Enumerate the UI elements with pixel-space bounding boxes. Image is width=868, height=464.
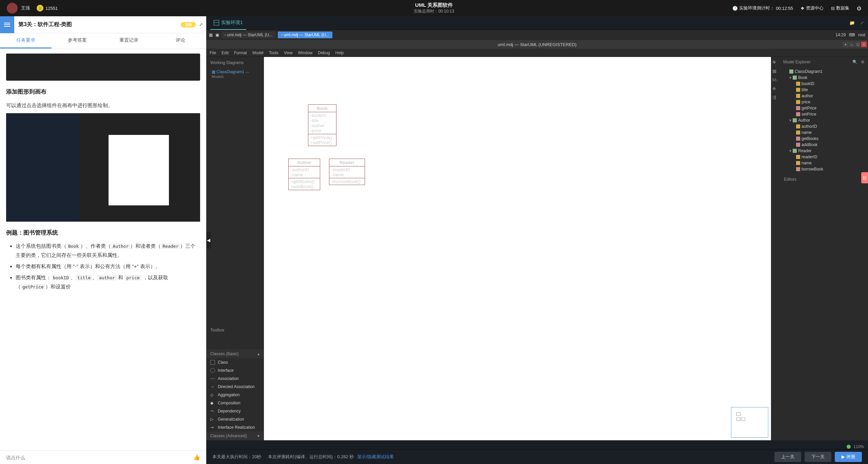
- minimize-icon[interactable]: –: [849, 42, 854, 47]
- env-tabs: 〰 实验环境1 📁 ⤢: [206, 16, 868, 30]
- clock: 14:29: [835, 33, 846, 37]
- score-badge: 100: [181, 22, 196, 27]
- search-icon[interactable]: 🔍: [852, 60, 857, 64]
- side-feedback-tab[interactable]: 답: [861, 172, 868, 183]
- evaluate-button[interactable]: ▶ 评测: [835, 452, 862, 462]
- countdown: 🕐 实验环境倒计时：00:12:55: [732, 5, 793, 11]
- keyboard-icon[interactable]: ⌨: [849, 33, 855, 37]
- menu-window[interactable]: Window: [298, 51, 313, 55]
- uml-class-book[interactable]: Book -bookID-title-author-price +getPric…: [308, 104, 336, 146]
- window-titlebar[interactable]: uml.mdj — StarUML (UNREGISTERED) + – □ ×: [206, 40, 868, 49]
- terminal-icon[interactable]: ▣: [215, 33, 219, 37]
- content-scroll[interactable]: 添加图形到画布 可以通过点击选择组件在画布中进行图形绘制。 例题：图书管理系统 …: [0, 49, 206, 450]
- share-icon[interactable]: ⇶: [772, 95, 778, 101]
- eval-time: 本次评测耗时(编译、运行总时间)：0.282 秒: [268, 454, 354, 460]
- username[interactable]: 王强: [21, 5, 30, 11]
- canvas-area[interactable]: Book -bookID-title-author-price +getPric…: [264, 57, 771, 440]
- list-item: 每个类都有私有属性（用 "-" 表示）和公有方法（用 "+" 表示）。: [16, 262, 200, 271]
- menu-file[interactable]: File: [210, 51, 216, 55]
- right-panel: 〰 实验环境1 📁 ⤢ ▦ ▣ ▫ uml.mdj — StarUML (U..…: [206, 16, 868, 464]
- tab-answer[interactable]: 参考答案: [52, 33, 103, 48]
- env-tab-1[interactable]: 〰 实验环境1: [210, 16, 246, 30]
- plus-icon[interactable]: +: [843, 42, 848, 47]
- left-panel: 第3关：软件工程-类图 100 ⤢ 任务要求 参考答案 重置记录 评论 添加图形…: [0, 16, 206, 464]
- tool-interface[interactable]: Interface: [206, 366, 264, 375]
- menu-view[interactable]: View: [284, 51, 293, 55]
- chart-icon: 〰: [214, 20, 219, 25]
- tool-generalization[interactable]: ▷Generalization: [206, 415, 264, 423]
- tab-requirements[interactable]: 任务要求: [0, 33, 52, 48]
- staruml-window: uml.mdj — StarUML (UNREGISTERED) + – □ ×…: [206, 40, 868, 440]
- toolbox-header: Toolbox: [206, 324, 264, 336]
- top-center: UML 关系图软件 实验总用时：00:10:13: [414, 2, 454, 14]
- working-diagrams-header: Working Diagrams: [206, 57, 264, 68]
- expand-icon[interactable]: ⤢: [199, 22, 203, 27]
- list-item: 这个系统包括图书类（Book）、作者类（Author）和读者类（Reader）三…: [16, 241, 200, 260]
- collapse-handle[interactable]: ◀: [206, 232, 211, 248]
- top-right: 🕐 实验环境倒计时：00:12:55 ❖ 资源中心 ⊟ 数据集 ⏻: [732, 5, 861, 11]
- prev-button[interactable]: 上一关: [774, 452, 801, 462]
- resource-link[interactable]: ❖ 资源中心: [801, 5, 824, 11]
- gear-icon[interactable]: ⚙: [861, 60, 865, 64]
- toggle-results-link[interactable]: 显示/隐藏测试结果: [357, 454, 394, 460]
- menu-icon[interactable]: ▦: [209, 33, 213, 37]
- tool-realization[interactable]: ⊸Interface Realization: [206, 423, 264, 431]
- taskbar-app-2[interactable]: ▫ uml.mdj — StarUML (U...: [278, 32, 332, 38]
- tab-comments[interactable]: 评论: [155, 33, 206, 48]
- power-icon[interactable]: ⏻: [857, 6, 861, 11]
- folder-icon[interactable]: 📁: [849, 20, 855, 25]
- minimap[interactable]: [731, 407, 768, 438]
- avatar[interactable]: [7, 3, 18, 14]
- user-label: root: [858, 33, 865, 37]
- icon-sidebar: ✚ ▦ M↓ ✥ ⇶: [771, 57, 780, 440]
- maximize-icon[interactable]: □: [855, 42, 861, 47]
- puzzle-icon[interactable]: ✚: [772, 60, 778, 66]
- tab-reset[interactable]: 重置记录: [103, 33, 155, 48]
- menu-debug[interactable]: Debug: [318, 51, 330, 55]
- tool-dependency[interactable]: ⤳Dependency: [206, 407, 264, 415]
- dataset-link[interactable]: ⊟ 数据集: [831, 5, 849, 11]
- desktop-taskbar: ▦ ▣ ▫ uml.mdj — StarUML (U... ▫ uml.mdj …: [206, 30, 868, 40]
- tool-aggregation[interactable]: ◇Aggregation: [206, 391, 264, 399]
- thumb-icon[interactable]: 👍: [193, 454, 200, 461]
- menu-model[interactable]: Model: [252, 51, 264, 55]
- coin-icon: ¥: [37, 5, 43, 12]
- close-icon[interactable]: ×: [861, 42, 867, 47]
- example-heading: 例题：图书管理系统: [6, 228, 200, 238]
- taskbar-app-1[interactable]: ▫ uml.mdj — StarUML (U...: [221, 32, 276, 38]
- menu-edit[interactable]: Edit: [221, 51, 229, 55]
- editors-header: Editors: [780, 174, 868, 185]
- model-tree[interactable]: ClassDiagram1 ▾Book bookID title author …: [780, 67, 868, 174]
- uml-class-author[interactable]: Author -authorID-name +getBooks()+addBoo…: [288, 159, 320, 190]
- comment-input[interactable]: [6, 455, 193, 460]
- stage-title: 第3关：软件工程-类图: [14, 21, 181, 28]
- app-title: UML 关系图软件: [414, 2, 454, 8]
- comment-bar: 👍: [0, 450, 206, 464]
- menubar: File Edit Format Model Tools View Window…: [206, 49, 868, 57]
- screenshot-thumb-2: [6, 113, 200, 222]
- zoom-status: 110%: [847, 444, 864, 449]
- menu-help[interactable]: Help: [335, 51, 344, 55]
- tabs: 任务要求 参考答案 重置记录 评论: [0, 33, 206, 49]
- section-heading: 添加图形到画布: [6, 87, 200, 97]
- tool-association[interactable]: Association: [206, 375, 264, 383]
- ok-icon: [847, 445, 851, 449]
- coin-count: 12551: [45, 6, 58, 11]
- fullscreen-icon[interactable]: ⤢: [860, 20, 864, 25]
- grid-icon[interactable]: ▦: [772, 68, 778, 75]
- menu-tools[interactable]: Tools: [269, 51, 278, 55]
- tool-class[interactable]: Class: [206, 358, 264, 366]
- diagram-item[interactable]: ▦ ClassDiagram1 — Model1: [206, 68, 264, 80]
- list-item: 图书类有属性：bookID、title、author 和 price ，以及获取…: [16, 273, 200, 291]
- next-button[interactable]: 下一关: [805, 452, 831, 462]
- hamburger-button[interactable]: [0, 16, 14, 33]
- uml-class-reader[interactable]: Reader -readerID-name +borrowBook(): [329, 159, 365, 185]
- move-icon[interactable]: ✥: [772, 86, 778, 92]
- menu-format[interactable]: Format: [234, 51, 247, 55]
- top-bar: 王强 ¥ 12551 UML 关系图软件 实验总用时：00:10:13 🕐 实验…: [0, 0, 868, 16]
- tool-directed[interactable]: →Directed Association: [206, 383, 264, 391]
- model-explorer: Model Explorer 🔍 ⚙ ClassDiagram1 ▾Book b…: [780, 57, 868, 440]
- section-text: 可以通过点击选择组件在画布中进行图形绘制。: [6, 101, 200, 110]
- tool-composition[interactable]: ◆Composition: [206, 399, 264, 407]
- markdown-icon[interactable]: M↓: [772, 77, 778, 83]
